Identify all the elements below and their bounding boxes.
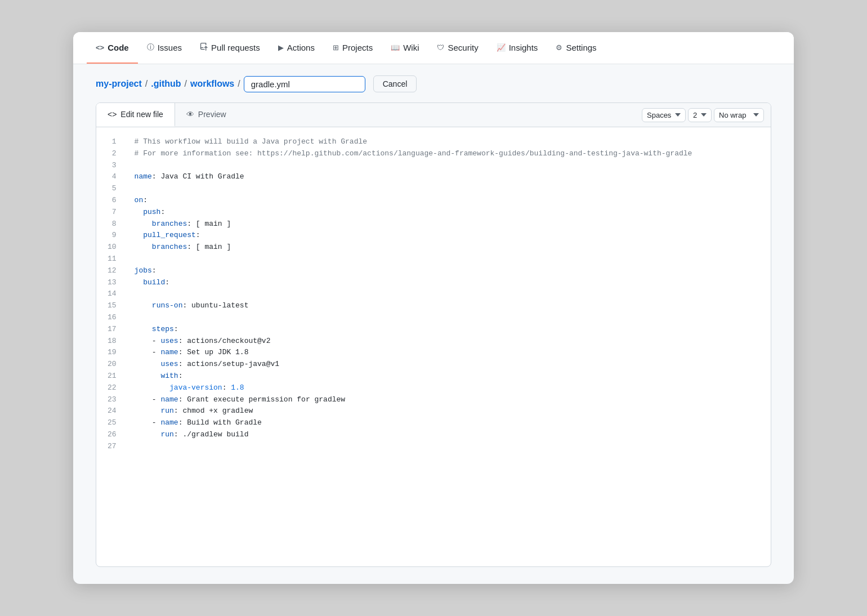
actions-icon: ▶ bbox=[278, 43, 284, 52]
github-window: <> Code ⓘ Issues Pull requests ▶ Actions… bbox=[73, 32, 794, 584]
projects-icon: ⊞ bbox=[333, 43, 339, 52]
editor-container: <> Edit new file 👁 Preview Spaces Tabs 2… bbox=[96, 102, 771, 567]
nav-item-actions[interactable]: ▶ Actions bbox=[269, 32, 324, 64]
nav-label-pull-requests: Pull requests bbox=[211, 43, 260, 52]
editor-controls: Spaces Tabs 2 4 8 No wrap Soft wrap bbox=[635, 103, 771, 127]
nav-label-projects: Projects bbox=[342, 43, 373, 52]
nav-item-code[interactable]: <> Code bbox=[87, 32, 138, 64]
nav-label-wiki: Wiki bbox=[403, 43, 419, 52]
filename-input[interactable] bbox=[244, 76, 365, 92]
wrap-select[interactable]: No wrap Soft wrap bbox=[714, 108, 764, 122]
tab-edit[interactable]: <> Edit new file bbox=[96, 103, 175, 127]
tab-edit-label: Edit new file bbox=[120, 110, 163, 119]
nav-item-wiki[interactable]: 📖 Wiki bbox=[382, 32, 428, 64]
wiki-icon: 📖 bbox=[391, 43, 400, 52]
breadcrumb: my-project / .github / workflows / Cance… bbox=[73, 64, 794, 102]
breadcrumb-sep-3: / bbox=[238, 79, 240, 89]
nav-label-issues: Issues bbox=[158, 43, 182, 52]
breadcrumb-workflows[interactable]: workflows bbox=[190, 79, 234, 89]
nav-label-security: Security bbox=[448, 43, 478, 52]
nav-label-code: Code bbox=[108, 43, 129, 52]
breadcrumb-sep-2: / bbox=[185, 79, 187, 89]
nav-item-issues[interactable]: ⓘ Issues bbox=[138, 32, 191, 64]
breadcrumb-sep-1: / bbox=[145, 79, 148, 89]
breadcrumb-repo[interactable]: my-project bbox=[96, 79, 142, 89]
code-content[interactable]: # This workflow will build a Java projec… bbox=[126, 136, 771, 456]
tab-preview-label: Preview bbox=[198, 110, 226, 119]
nav-label-insights: Insights bbox=[509, 43, 538, 52]
pull-requests-icon bbox=[200, 43, 208, 52]
nav-item-insights[interactable]: 📈 Insights bbox=[488, 32, 547, 64]
nav-label-settings: Settings bbox=[566, 43, 596, 52]
breadcrumb-github[interactable]: .github bbox=[151, 79, 181, 89]
nav-item-security[interactable]: 🛡 Security bbox=[428, 32, 487, 64]
spaces-select[interactable]: Spaces Tabs bbox=[642, 108, 686, 122]
indent-select[interactable]: 2 4 8 bbox=[688, 108, 712, 122]
nav-item-pull-requests[interactable]: Pull requests bbox=[191, 32, 269, 64]
nav-bar: <> Code ⓘ Issues Pull requests ▶ Actions… bbox=[73, 32, 794, 64]
nav-item-projects[interactable]: ⊞ Projects bbox=[324, 32, 382, 64]
code-editor[interactable]: 12345 678910 1112131415 1617181920 21222… bbox=[96, 127, 771, 465]
edit-code-icon: <> bbox=[108, 110, 117, 119]
preview-icon: 👁 bbox=[186, 110, 194, 119]
editor-toolbar: <> Edit new file 👁 Preview Spaces Tabs 2… bbox=[96, 103, 771, 127]
tab-preview[interactable]: 👁 Preview bbox=[175, 103, 238, 127]
security-icon: 🛡 bbox=[437, 43, 444, 52]
line-numbers: 12345 678910 1112131415 1617181920 21222… bbox=[96, 136, 126, 456]
code-icon: <> bbox=[96, 43, 104, 52]
cancel-button[interactable]: Cancel bbox=[373, 75, 417, 92]
settings-icon: ⚙ bbox=[556, 43, 562, 52]
nav-label-actions: Actions bbox=[287, 43, 315, 52]
nav-item-settings[interactable]: ⚙ Settings bbox=[547, 32, 605, 64]
issues-icon: ⓘ bbox=[147, 42, 154, 52]
insights-icon: 📈 bbox=[497, 43, 506, 52]
